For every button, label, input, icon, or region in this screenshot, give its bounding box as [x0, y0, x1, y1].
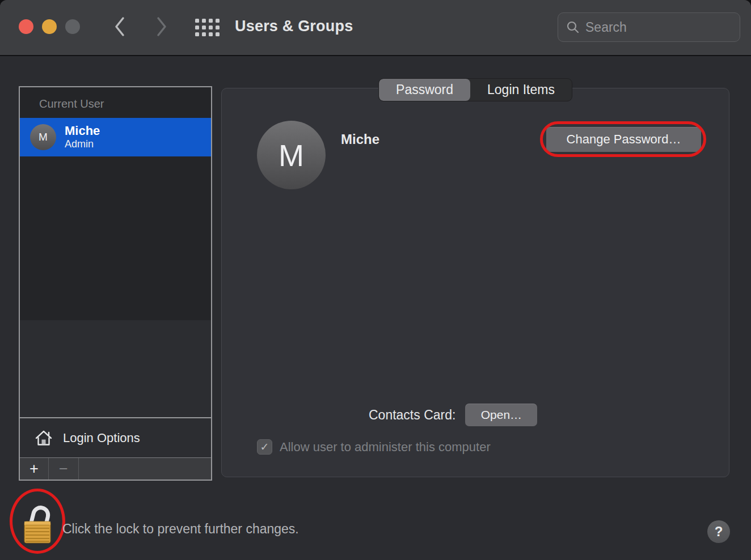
remove-user-button[interactable]: − [49, 458, 79, 480]
user-row-text: Miche Admin [65, 124, 100, 151]
user-row-miche[interactable]: M Miche Admin [20, 118, 211, 156]
user-avatar-large[interactable]: M [257, 121, 326, 189]
sidebar-action-bar: + − [20, 457, 211, 480]
admin-checkbox-label: Allow user to administer this computer [280, 440, 491, 455]
change-password-button[interactable]: Change Password… [546, 127, 701, 152]
titlebar: Users & Groups [0, 0, 751, 56]
user-role: Admin [65, 138, 100, 151]
login-options-label: Login Options [63, 431, 140, 446]
zoom-button[interactable] [65, 19, 80, 34]
show-all-grid-icon[interactable] [195, 19, 218, 38]
unlocked-lock-icon[interactable] [19, 498, 56, 545]
home-icon [33, 428, 54, 448]
user-list-sidebar: Current User M Miche Admin Login Options [19, 86, 212, 481]
checkbox-check-icon: ✓ [260, 440, 269, 453]
tab-login-items[interactable]: Login Items [470, 79, 572, 101]
current-user-section-label: Current User [20, 87, 211, 111]
add-user-button[interactable]: + [20, 458, 49, 480]
traffic-lights [19, 19, 80, 34]
open-contacts-button[interactable]: Open… [465, 404, 537, 426]
search-field[interactable] [558, 12, 740, 42]
window-title: Users & Groups [235, 18, 353, 35]
chevron-left-icon [113, 15, 126, 40]
contacts-card-row: Contacts Card: Open… [369, 404, 537, 426]
user-name: Miche [65, 124, 100, 138]
back-button[interactable] [111, 16, 128, 39]
user-detail-panel: Password Login Items M Miche Change Pass… [221, 88, 729, 477]
contacts-card-label: Contacts Card: [369, 408, 455, 423]
users-groups-window: Users & Groups Current User M Miche Admi… [0, 0, 751, 560]
forward-button[interactable] [153, 16, 170, 39]
tab-bar: Password Login Items [378, 78, 572, 101]
tab-password[interactable]: Password [379, 79, 470, 101]
admin-checkbox-row: ✓ Allow user to administer this computer [257, 439, 491, 455]
search-icon [566, 20, 580, 34]
lock-message: Click the lock to prevent further change… [62, 521, 299, 537]
red-annotation-circle [10, 489, 65, 554]
chevron-right-icon [155, 15, 168, 40]
panel-user-name: Miche [341, 131, 379, 147]
admin-checkbox[interactable]: ✓ [257, 439, 272, 455]
sidebar-item-login-options[interactable]: Login Options [20, 417, 211, 457]
help-button[interactable]: ? [707, 520, 730, 543]
user-table: Current User M Miche Admin [20, 87, 211, 320]
avatar: M [30, 124, 56, 150]
minimize-button[interactable] [42, 19, 57, 34]
close-button[interactable] [19, 19, 33, 34]
search-input[interactable] [585, 20, 751, 35]
